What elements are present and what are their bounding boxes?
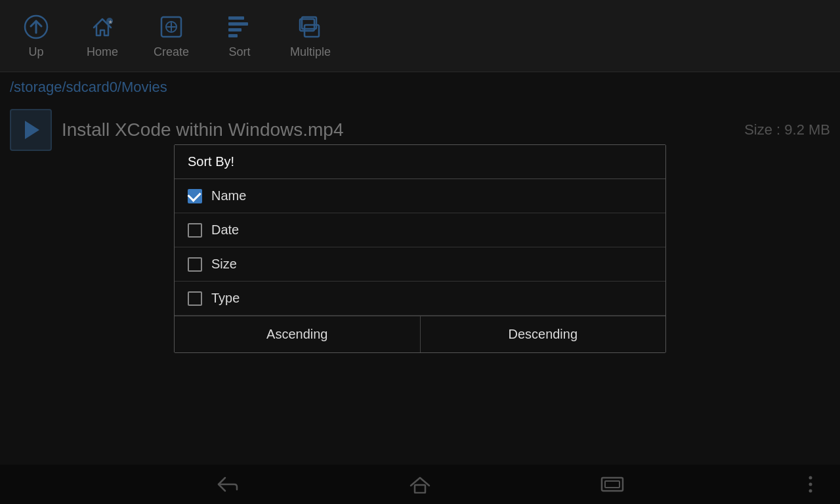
sort-checkbox-size[interactable] — [188, 257, 202, 272]
sort-option-date-label: Date — [211, 222, 239, 238]
sort-actions: Ascending Descending — [175, 316, 665, 352]
sort-option-type[interactable]: Type — [175, 282, 665, 316]
sort-dialog: Sort By! Name Date Size Type Ascending D… — [174, 144, 666, 353]
sort-ascending-button[interactable]: Ascending — [175, 316, 421, 352]
sort-option-size-label: Size — [211, 257, 237, 272]
sort-option-size[interactable]: Size — [175, 247, 665, 282]
sort-checkbox-name[interactable] — [188, 189, 202, 203]
sort-checkbox-date[interactable] — [188, 223, 202, 238]
sort-checkbox-type[interactable] — [188, 291, 202, 306]
sort-dialog-title: Sort By! — [175, 145, 665, 179]
sort-descending-button[interactable]: Descending — [421, 316, 666, 352]
sort-option-type-label: Type — [211, 291, 240, 306]
sort-option-name-label: Name — [211, 188, 246, 203]
sort-option-date[interactable]: Date — [175, 213, 665, 247]
sort-option-name[interactable]: Name — [175, 179, 665, 213]
